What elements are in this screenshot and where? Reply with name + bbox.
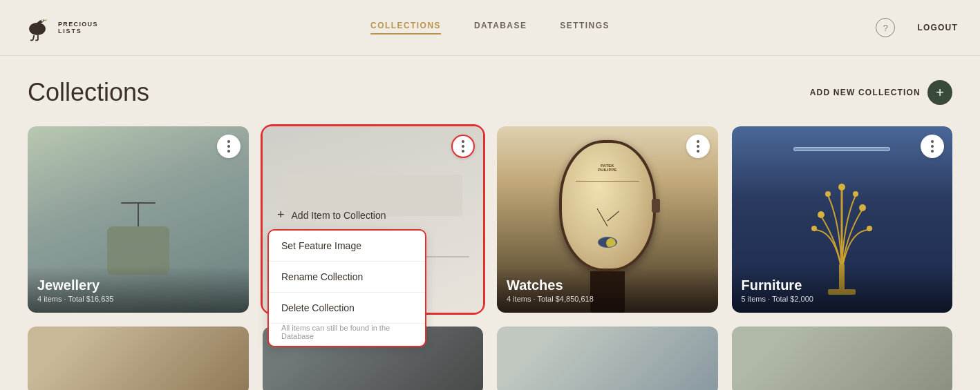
card-menu-active[interactable] bbox=[451, 135, 475, 158]
collections-grid: Jewellery 4 items · Total $16,635 bbox=[28, 126, 952, 313]
card-name-watches: Watches bbox=[507, 277, 708, 293]
card-name-jewellery: Jewellery bbox=[37, 277, 239, 293]
dropdown-add-item-label: Add Item to Collection bbox=[292, 210, 386, 221]
svg-point-1 bbox=[41, 20, 44, 22]
card-meta-jewellery: 4 items · Total $16,635 bbox=[37, 295, 239, 303]
card-meta-furniture: 5 items · Total $2,000 bbox=[742, 295, 943, 303]
three-dots-icon bbox=[227, 140, 230, 153]
card-overlay-furniture: Furniture 5 items · Total $2,000 bbox=[732, 266, 953, 313]
svg-point-7 bbox=[859, 204, 866, 211]
dropdown-rename-collection[interactable]: Rename Collection bbox=[269, 262, 425, 293]
card-overlay-jewellery: Jewellery 4 items · Total $16,635 bbox=[28, 266, 249, 313]
plus-icon: + bbox=[277, 208, 285, 222]
svg-point-9 bbox=[867, 226, 872, 231]
page-header: Collections ADD NEW COLLECTION + bbox=[28, 78, 952, 107]
nav-link-database[interactable]: DATABASE bbox=[474, 21, 527, 35]
dropdown-menu: + Add Item to Collection Set Feature Ima… bbox=[267, 201, 426, 347]
card-menu-watches[interactable] bbox=[686, 135, 710, 158]
dropdown-add-item[interactable]: + Add Item to Collection bbox=[267, 201, 426, 229]
help-button[interactable]: ? bbox=[876, 18, 895, 37]
svg-point-12 bbox=[838, 184, 845, 191]
nav-link-collections[interactable]: COLLECTIONS bbox=[370, 21, 441, 35]
dropdown-delete-note: All items can still be found in the Data… bbox=[269, 324, 425, 346]
logout-button[interactable]: LOGOUT bbox=[917, 23, 958, 32]
three-dots-icon-furniture bbox=[931, 140, 934, 153]
add-collection-plus-icon: + bbox=[927, 80, 952, 105]
logo-text: PRECIOUS LISTS bbox=[58, 21, 98, 35]
three-dots-icon-active bbox=[462, 140, 464, 153]
nav-links: COLLECTIONS DATABASE SETTINGS bbox=[370, 21, 610, 35]
dropdown-delete-collection[interactable]: Delete Collection bbox=[269, 293, 425, 324]
card-overlay-watches: Watches 4 items · Total $4,850,618 bbox=[497, 266, 718, 313]
card-menu-jewellery[interactable] bbox=[217, 135, 241, 158]
logo[interactable]: PRECIOUS LISTS bbox=[22, 12, 98, 43]
bottom-card-4[interactable] bbox=[732, 326, 953, 390]
add-collection-label: ADD NEW COLLECTION bbox=[810, 88, 921, 97]
dropdown-box: Set Feature Image Rename Collection Dele… bbox=[267, 229, 426, 347]
logo-icon bbox=[22, 12, 53, 43]
collection-card-furniture[interactable]: Furniture 5 items · Total $2,000 bbox=[732, 126, 953, 313]
nav-link-settings[interactable]: SETTINGS bbox=[560, 21, 610, 35]
svg-point-10 bbox=[825, 191, 831, 197]
page-title: Collections bbox=[28, 78, 149, 107]
collection-card-watches[interactable]: PATEKPHILIPPE Watches 4 bbox=[497, 126, 718, 313]
card-name-furniture: Furniture bbox=[742, 277, 943, 293]
bottom-card-3[interactable] bbox=[497, 326, 718, 390]
bottom-card-1[interactable] bbox=[28, 326, 249, 390]
bottom-row bbox=[28, 326, 952, 390]
svg-point-0 bbox=[29, 23, 46, 35]
card-menu-furniture[interactable] bbox=[921, 135, 944, 158]
navigation: PRECIOUS LISTS COLLECTIONS DATABASE SETT… bbox=[0, 0, 980, 56]
svg-line-2 bbox=[33, 35, 35, 40]
card-meta-watches: 4 items · Total $4,850,618 bbox=[507, 295, 708, 303]
three-dots-icon-watches bbox=[697, 140, 699, 153]
add-collection-button[interactable]: ADD NEW COLLECTION + bbox=[810, 80, 952, 105]
dropdown-set-feature-image[interactable]: Set Feature Image bbox=[269, 231, 425, 262]
svg-point-6 bbox=[818, 211, 824, 218]
nav-right: ? LOGOUT bbox=[876, 18, 958, 37]
svg-point-11 bbox=[853, 191, 858, 197]
collection-card-jewellery[interactable]: Jewellery 4 items · Total $16,635 bbox=[28, 126, 249, 313]
main-content: Collections ADD NEW COLLECTION + Jewelle… bbox=[0, 56, 980, 390]
svg-point-8 bbox=[811, 226, 817, 231]
